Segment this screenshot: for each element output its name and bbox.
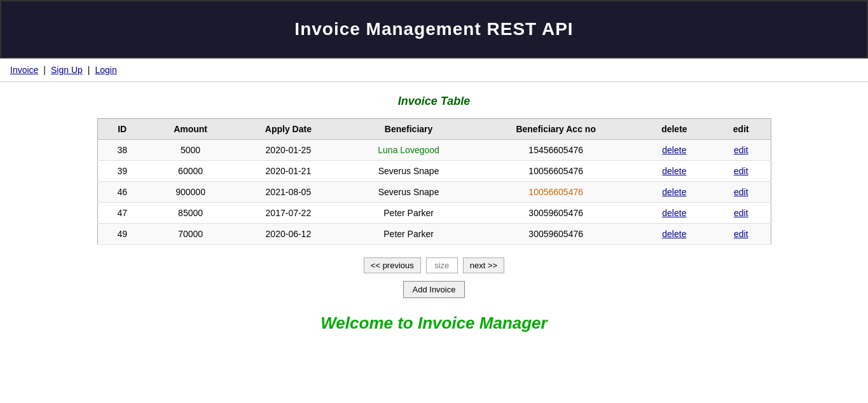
delete-link[interactable]: delete xyxy=(662,187,686,197)
size-input[interactable] xyxy=(426,257,458,273)
nav-sep-1: | xyxy=(43,65,46,75)
col-amount: Amount xyxy=(147,119,234,140)
cell-edit: edit xyxy=(712,224,771,245)
col-beneficiary: Beneficiary xyxy=(343,119,475,140)
welcome-message: Welcome to Invoice Manager xyxy=(320,313,547,333)
cell-edit: edit xyxy=(712,140,771,161)
delete-link[interactable]: delete xyxy=(662,145,686,155)
nav-login[interactable]: Login xyxy=(95,65,116,75)
app-title: Invoice Management REST API xyxy=(14,19,854,39)
delete-link[interactable]: delete xyxy=(662,166,686,176)
cell-beneficiary: Severus Snape xyxy=(343,161,475,182)
table-row: 47850002017-07-22Peter Parker30059605476… xyxy=(97,203,771,224)
cell-amount: 85000 xyxy=(147,203,234,224)
cell-apply-date: 2020-06-12 xyxy=(234,224,342,245)
edit-link[interactable]: edit xyxy=(734,208,748,218)
table-row: 3850002020-01-25Luna Lovegood15456605476… xyxy=(97,140,771,161)
edit-link[interactable]: edit xyxy=(734,145,748,155)
cell-amount: 900000 xyxy=(147,182,234,203)
cell-delete: delete xyxy=(637,140,712,161)
edit-link[interactable]: edit xyxy=(734,166,748,176)
table-row: 49700002020-06-12Peter Parker30059605476… xyxy=(97,224,771,245)
add-invoice-button[interactable]: Add Invoice xyxy=(403,281,465,298)
cell-apply-date: 2020-01-21 xyxy=(234,161,342,182)
cell-acc-no: 30059605476 xyxy=(475,203,637,224)
cell-apply-date: 2017-07-22 xyxy=(234,203,342,224)
cell-delete: delete xyxy=(637,224,712,245)
table-body: 3850002020-01-25Luna Lovegood15456605476… xyxy=(97,140,771,245)
cell-beneficiary: Luna Lovegood xyxy=(343,140,475,161)
col-beneficiary-acc: Beneficiary Acc no xyxy=(475,119,637,140)
cell-amount: 5000 xyxy=(147,140,234,161)
cell-id: 39 xyxy=(97,161,147,182)
pagination-controls: << previous next >> xyxy=(364,257,504,273)
main-content: Invoice Table ID Amount Apply Date Benef… xyxy=(0,82,868,346)
cell-apply-date: 2020-01-25 xyxy=(234,140,342,161)
table-header-row: ID Amount Apply Date Beneficiary Benefic… xyxy=(97,119,771,140)
cell-acc-no: 10056605476 xyxy=(475,182,637,203)
table-row: 469000002021-08-05Severus Snape100566054… xyxy=(97,182,771,203)
app-header: Invoice Management REST API xyxy=(0,0,868,58)
cell-acc-no: 15456605476 xyxy=(475,140,637,161)
invoice-table: ID Amount Apply Date Beneficiary Benefic… xyxy=(97,118,771,245)
cell-delete: delete xyxy=(637,182,712,203)
next-button[interactable]: next >> xyxy=(463,257,504,273)
edit-link[interactable]: edit xyxy=(734,187,748,197)
cell-edit: edit xyxy=(712,182,771,203)
cell-edit: edit xyxy=(712,161,771,182)
edit-link[interactable]: edit xyxy=(734,229,748,239)
cell-delete: delete xyxy=(637,203,712,224)
cell-beneficiary: Severus Snape xyxy=(343,182,475,203)
cell-acc-no: 10056605476 xyxy=(475,161,637,182)
nav-bar: Invoice | Sign Up | Login xyxy=(0,58,868,82)
previous-button[interactable]: << previous xyxy=(364,257,421,273)
table-row: 39600002020-01-21Severus Snape1005660547… xyxy=(97,161,771,182)
cell-acc-no: 30059605476 xyxy=(475,224,637,245)
nav-invoice[interactable]: Invoice xyxy=(10,65,38,75)
delete-link[interactable]: delete xyxy=(662,208,686,218)
nav-signup[interactable]: Sign Up xyxy=(51,65,83,75)
nav-sep-2: | xyxy=(88,65,90,75)
cell-id: 47 xyxy=(97,203,147,224)
col-id: ID xyxy=(97,119,147,140)
cell-amount: 70000 xyxy=(147,224,234,245)
delete-link[interactable]: delete xyxy=(662,229,686,239)
cell-id: 38 xyxy=(97,140,147,161)
cell-edit: edit xyxy=(712,203,771,224)
cell-delete: delete xyxy=(637,161,712,182)
col-apply-date: Apply Date xyxy=(234,119,342,140)
cell-beneficiary: Peter Parker xyxy=(343,224,475,245)
col-edit: edit xyxy=(712,119,771,140)
cell-beneficiary: Peter Parker xyxy=(343,203,475,224)
cell-id: 49 xyxy=(97,224,147,245)
cell-amount: 60000 xyxy=(147,161,234,182)
cell-apply-date: 2021-08-05 xyxy=(234,182,342,203)
col-delete: delete xyxy=(637,119,712,140)
invoice-table-heading: Invoice Table xyxy=(398,95,470,108)
cell-id: 46 xyxy=(97,182,147,203)
